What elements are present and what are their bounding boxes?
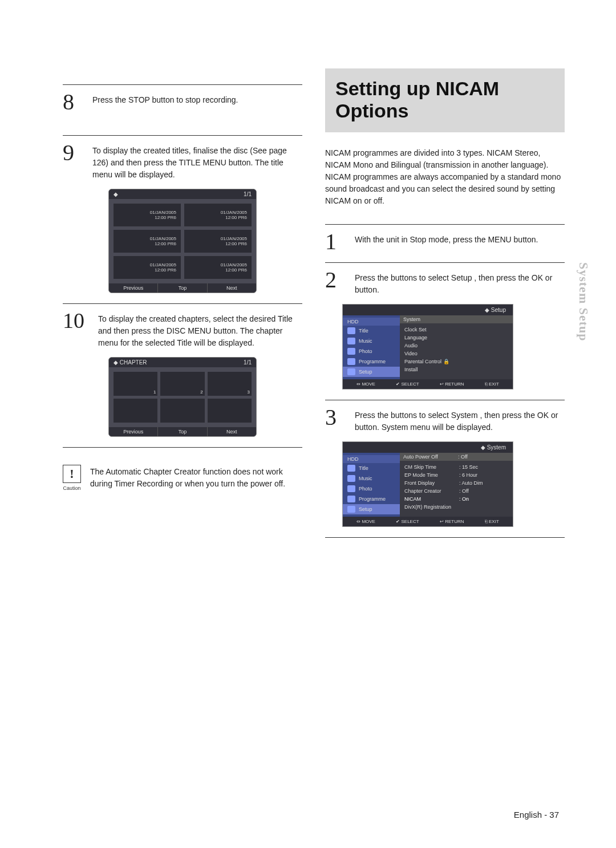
osd-option: Install <box>404 366 508 374</box>
programme-icon <box>347 358 355 365</box>
osd-hint-bar: ⇔ MOVE ✔ SELECT ↩ RETURN ⎗ EXIT <box>343 517 513 526</box>
osd-title-cell: 01/JAN/2005 12:00 PR6 <box>184 204 252 226</box>
opt-val: : Off <box>459 488 469 494</box>
osd-cell-date: 01/JAN/2005 <box>221 210 247 215</box>
osd-chapter-thumb <box>114 399 157 423</box>
osd-sidebar-label: Title <box>359 465 368 471</box>
step-number: 9 <box>63 143 87 181</box>
left-column: 8 Press the STOP button to stop recordin… <box>63 68 302 545</box>
intro-paragraph: NICAM programmes are divided into 3 type… <box>325 147 565 207</box>
osd-sidebar-item: Title <box>343 463 400 473</box>
step-3: 3 Press the buttons to select System , t… <box>325 407 565 433</box>
music-icon <box>347 475 355 482</box>
photo-icon <box>347 348 355 355</box>
osd-chapter-thumb <box>208 399 252 423</box>
osd-option-header: System <box>400 315 513 323</box>
osd-option-row: EP Mode Time: 6 Hour <box>404 471 508 479</box>
osd-sidebar-item: Title <box>343 326 400 336</box>
osd-chapter-thumb: 1 <box>114 372 157 396</box>
setup-icon <box>347 506 355 513</box>
section-title: Setting up NICAM Options <box>335 78 554 122</box>
title-icon <box>347 327 355 334</box>
step-8: 8 Press the STOP button to stop recordin… <box>63 92 302 112</box>
opt-key: CM Skip Time <box>404 464 456 470</box>
hint-move: ⇔ MOVE <box>356 519 375 524</box>
osd-next-button: Next <box>208 427 256 436</box>
osd-hint-bar: ⇔ MOVE ✔ SELECT ↩ RETURN ⎗ EXIT <box>343 379 513 389</box>
osd-cell-date: 01/JAN/2005 <box>150 210 176 215</box>
osd-next-button: Next <box>208 283 256 293</box>
osd-cell-date: 01/JAN/2005 <box>221 236 247 241</box>
step-number: 2 <box>325 270 349 296</box>
osd-sidebar-label: Setup <box>359 506 372 512</box>
setup-icon <box>347 368 355 375</box>
opt-key: Chapter Creator <box>404 488 456 494</box>
caution-label: Caution <box>63 485 80 491</box>
step-number: 10 <box>63 311 92 349</box>
caution-badge: ! Caution <box>63 465 81 491</box>
osd-sidebar-label: Programme <box>359 496 386 502</box>
osd-title-cell: 01/JAN/2005 12:00 PR6 <box>114 204 181 226</box>
osd-header: ◆ 1/1 <box>109 189 256 199</box>
divider <box>325 224 565 225</box>
osd-cell-date: 01/JAN/2005 <box>150 262 176 267</box>
osd-sidebar-item: Music <box>343 473 400 484</box>
step-text: To display the created chapters, select … <box>98 311 302 349</box>
osd-cell-time: 12:00 PR6 <box>225 241 247 246</box>
osd-sidebar-item: Music <box>343 336 400 346</box>
opt-key: EP Mode Time <box>404 472 456 478</box>
osd-setup-title: ◆ Setup <box>343 305 513 315</box>
section-tab-label: System Setup <box>576 262 591 342</box>
osd-sidebar-label: Setup <box>359 369 372 375</box>
osd-top-button: Top <box>158 283 207 293</box>
opt-key: Auto Power Off <box>403 454 455 460</box>
osd-cell-time: 12:00 PR6 <box>225 267 247 273</box>
osd-title-grid: 01/JAN/2005 12:00 PR6 01/JAN/2005 12:00 … <box>109 199 256 283</box>
osd-option: Video <box>404 350 508 358</box>
osd-cell-time: 12:00 PR6 <box>155 215 176 220</box>
osd-option: Language <box>404 334 508 342</box>
caution-text: The Automatic Chapter Creator function d… <box>90 465 302 491</box>
osd-top-button: Top <box>158 427 207 436</box>
osd-header-right: 1/1 <box>244 359 252 366</box>
osd-system-title: ◆ System <box>343 442 513 453</box>
step-text: With the unit in Stop mode, press the ME… <box>355 232 538 252</box>
photo-icon <box>347 485 355 492</box>
osd-header-right: 1/1 <box>244 191 252 197</box>
osd-chapter-menu: ◆ CHAPTER 1/1 1 2 3 Previous Top Next <box>108 357 257 437</box>
osd-sidebar-label: Music <box>359 338 372 344</box>
divider <box>63 303 302 304</box>
osd-prev-button: Previous <box>109 283 158 293</box>
osd-option-row: Chapter Creator: Off <box>404 487 508 495</box>
hint-move: ⇔ MOVE <box>356 382 375 387</box>
osd-header-left: ◆ <box>114 191 118 197</box>
osd-sidebar-label: Photo <box>359 486 372 492</box>
step-10: 10 To display the created chapters, sele… <box>63 311 302 349</box>
step-2: 2 Press the buttons to select Setup , th… <box>325 270 565 296</box>
opt-key: NICAM <box>404 496 456 502</box>
osd-sidebar-item: Photo <box>343 484 400 494</box>
osd-prev-button: Previous <box>109 427 158 436</box>
hint-select: ✔ SELECT <box>396 382 419 387</box>
osd-chapter-thumb <box>160 399 204 423</box>
osd-system-menu: ◆ System HDD Title Music Photo Programme… <box>342 441 513 527</box>
divider <box>325 400 565 400</box>
osd-sidebar-item: Programme <box>343 356 400 367</box>
osd-option: Audio <box>404 342 508 350</box>
step-1: 1 With the unit in Stop mode, press the … <box>325 232 565 252</box>
osd-cell-date: 01/JAN/2005 <box>150 236 176 241</box>
osd-sidebar-label: Programme <box>359 359 386 364</box>
osd-title-menu: ◆ 1/1 01/JAN/2005 12:00 PR6 01/JAN/2005 … <box>108 189 257 293</box>
hint-select: ✔ SELECT <box>396 519 419 524</box>
osd-cell-time: 12:00 PR6 <box>155 267 176 273</box>
divider <box>63 84 302 85</box>
osd-option: Parental Control 🔒 <box>404 358 508 366</box>
osd-sidebar-label: Music <box>359 476 372 481</box>
osd-setup-options: System Clock Set Language Audio Video Pa… <box>400 315 513 379</box>
osd-sidebar-label: Title <box>359 328 368 334</box>
osd-sidebar-header: HDD <box>343 455 400 463</box>
step-number: 3 <box>325 407 349 433</box>
opt-key: DivX(R) Registration <box>404 504 456 510</box>
step-text: Press the buttons to select System , the… <box>355 407 565 433</box>
osd-chapter-thumb: 2 <box>160 372 204 396</box>
